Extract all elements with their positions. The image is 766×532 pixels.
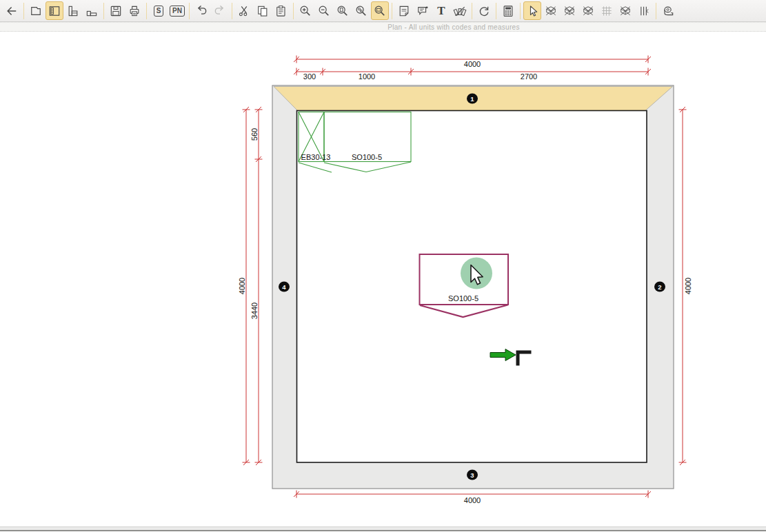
- toolbar-separator: [103, 3, 104, 19]
- plan-units-icon: [48, 4, 61, 18]
- elevation-a-icon: [66, 4, 80, 18]
- toolbar-separator: [146, 3, 147, 19]
- calculator-button[interactable]: [499, 1, 517, 20]
- pn-button[interactable]: PN: [168, 1, 186, 20]
- s-button-label: S: [154, 6, 164, 17]
- undo-icon: [194, 4, 208, 18]
- plan-canvas[interactable]: 4000 300 1000 2700 4000 4000 560 3440 40…: [0, 32, 766, 526]
- text-tool-button-label: T: [437, 5, 445, 17]
- comment-button[interactable]: [414, 1, 432, 20]
- text-tool-button[interactable]: T: [432, 1, 450, 20]
- s-button[interactable]: S: [150, 1, 168, 20]
- plan-drawing: [0, 32, 766, 526]
- hide-tall-units-button[interactable]: [616, 1, 634, 20]
- measure-button[interactable]: [659, 1, 677, 20]
- copy-icon: [256, 4, 270, 18]
- paste-icon: [274, 4, 288, 18]
- parallel-icon: [637, 4, 651, 18]
- toolbar-separator: [496, 3, 496, 19]
- print-icon: [128, 4, 141, 18]
- select-tool-button[interactable]: [523, 1, 541, 20]
- elevation-view-button[interactable]: [64, 1, 82, 20]
- room-icon: [29, 4, 43, 18]
- back-icon: [5, 4, 19, 18]
- redo-button[interactable]: [211, 1, 229, 20]
- wall-badge-1[interactable]: 1: [467, 94, 478, 104]
- back-button[interactable]: [3, 1, 21, 20]
- zoom-in-button[interactable]: [296, 1, 314, 20]
- paste-button[interactable]: [272, 1, 290, 20]
- toolbar-separator: [23, 3, 24, 19]
- hide-walls-button[interactable]: [542, 1, 560, 20]
- tape-icon: [661, 4, 675, 18]
- toolbar-separator: [472, 3, 472, 19]
- rotate-view-button[interactable]: [475, 1, 493, 20]
- wall-badge-4[interactable]: 4: [279, 282, 290, 292]
- room-plan-view-button[interactable]: [27, 1, 45, 20]
- hide-wall-units-button[interactable]: [561, 1, 578, 20]
- zoom-fit-button[interactable]: [371, 1, 389, 20]
- materials-button[interactable]: [451, 1, 469, 20]
- wall-badge-2[interactable]: 2: [654, 282, 665, 292]
- view-title: Plan - All units with codes and measures: [387, 23, 520, 31]
- zoom-selection-button[interactable]: [352, 1, 370, 20]
- select-icon: [525, 4, 539, 18]
- cut-button[interactable]: [235, 1, 253, 20]
- wall-cross-icon: [563, 4, 576, 18]
- wall-cross-icon: [544, 4, 558, 18]
- elevation-b-icon: [85, 4, 99, 18]
- pn-button-label: PN: [170, 6, 185, 17]
- hide-base-units-button[interactable]: [579, 1, 597, 20]
- bottom-scroll-strip[interactable]: [0, 526, 766, 531]
- zoom-out-icon: [317, 4, 331, 18]
- zoom-sel-icon: [354, 4, 368, 18]
- zoom-100-icon: [336, 4, 350, 18]
- note-icon: [397, 4, 411, 18]
- zoom-in-icon: [299, 4, 312, 18]
- redo-icon: [213, 4, 227, 18]
- print-button[interactable]: [125, 1, 143, 20]
- toolbar-separator: [520, 3, 521, 19]
- save-button[interactable]: [107, 1, 125, 20]
- undo-button[interactable]: [192, 1, 210, 20]
- zoom-100-button[interactable]: [334, 1, 352, 20]
- cut-icon: [237, 4, 251, 18]
- toolbar-separator: [232, 3, 232, 19]
- toolbar: SPNT: [0, 0, 766, 22]
- wall-cross-icon: [581, 4, 595, 18]
- palette-icon: [453, 4, 467, 18]
- comment-icon: [416, 4, 430, 18]
- wall-badge-3[interactable]: 3: [467, 470, 478, 480]
- grid-toggle-button[interactable]: [598, 1, 616, 20]
- plan-units-view-button[interactable]: [46, 1, 63, 20]
- base-elevation-view-button[interactable]: [83, 1, 101, 20]
- wall-cross-icon: [618, 4, 632, 18]
- save-icon: [109, 4, 123, 18]
- zoom-out-button[interactable]: [315, 1, 333, 20]
- dividers-toggle-button[interactable]: [635, 1, 653, 20]
- toolbar-separator: [656, 3, 656, 19]
- toolbar-separator: [392, 3, 392, 19]
- toolbar-separator: [189, 3, 190, 19]
- grid-icon: [600, 4, 614, 18]
- calculator-icon: [501, 4, 515, 18]
- view-title-bar: Plan - All units with codes and measures: [0, 22, 766, 32]
- copy-button[interactable]: [254, 1, 272, 20]
- zoom-fit-icon: [373, 4, 387, 18]
- rotate-icon: [477, 4, 491, 18]
- note-button[interactable]: [395, 1, 413, 20]
- toolbar-separator: [293, 3, 294, 19]
